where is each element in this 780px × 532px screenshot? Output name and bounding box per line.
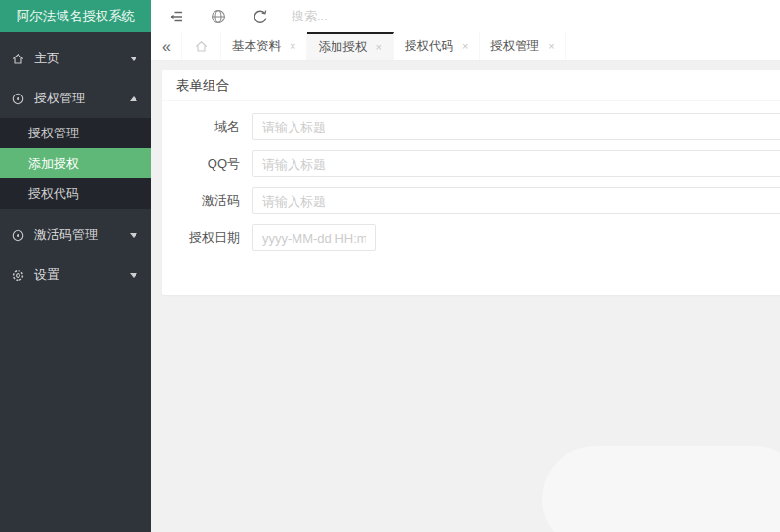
activation-code-field[interactable] (252, 187, 780, 214)
chevron-down-icon (130, 57, 137, 61)
background-highlight-shape (542, 446, 780, 532)
tabs-scroll-left-icon[interactable]: « (151, 32, 182, 60)
sidebar-subitem-auth-management[interactable]: 授权管理 (0, 118, 151, 148)
authorize-icon (11, 92, 25, 106)
sidebar-item-settings[interactable]: 设置 (0, 261, 151, 288)
form-card: 表单组合 域名 QQ号 激活码 授权日期 (162, 70, 780, 295)
home-tab-icon[interactable] (182, 32, 221, 60)
tab-label: 添加授权 (318, 39, 367, 56)
collapse-sidebar-icon[interactable] (168, 8, 185, 25)
sidebar-item-label: 设置 (34, 266, 59, 284)
app-title: 阿尔法域名授权系统 (0, 0, 151, 32)
field-label: 激活码 (162, 192, 252, 209)
app-window: 阿尔法域名授权系统 主页 授权管理 授权管理 添加授权 授权代码 (0, 0, 780, 532)
tab-auth-code[interactable]: 授权代码 × (394, 32, 480, 60)
sidebar-item-label: 激活码管理 (34, 226, 98, 244)
tab-add-auth-active[interactable]: 添加授权 × (307, 32, 393, 60)
search-input[interactable] (292, 9, 418, 23)
language-globe-icon[interactable] (210, 8, 227, 25)
activation-icon (11, 228, 25, 243)
form-row-auth-date: 授权日期 (162, 224, 780, 251)
auth-date-field[interactable] (252, 224, 376, 251)
tab-bar: « 基本资料 × 添加授权 × 授权代码 × 授权管理 × (151, 32, 780, 61)
sidebar-subitem-add-auth-active[interactable]: 添加授权 (0, 148, 151, 178)
field-label: QQ号 (162, 155, 252, 172)
form-row-qq: QQ号 (162, 150, 780, 177)
sidebar: 阿尔法域名授权系统 主页 授权管理 授权管理 添加授权 授权代码 (0, 0, 151, 532)
tab-label: 基本资料 (232, 38, 281, 55)
form-row-domain: 域名 (162, 113, 780, 140)
refresh-icon[interactable] (252, 8, 269, 25)
form: 域名 QQ号 激活码 授权日期 (162, 101, 780, 295)
field-label: 授权日期 (162, 229, 252, 247)
sidebar-item-activation-management[interactable]: 激活码管理 (0, 221, 151, 248)
main-content: 表单组合 域名 QQ号 激活码 授权日期 (151, 61, 780, 532)
settings-gear-icon (11, 268, 25, 283)
sidebar-submenu: 授权管理 添加授权 授权代码 (0, 118, 151, 209)
sidebar-subitem-auth-code[interactable]: 授权代码 (0, 178, 151, 209)
sidebar-item-home[interactable]: 主页 (0, 45, 151, 72)
home-icon (11, 52, 25, 66)
tab-label: 授权代码 (405, 38, 453, 55)
form-row-activation-code: 激活码 (162, 187, 780, 214)
close-icon[interactable]: × (548, 41, 554, 52)
field-label: 域名 (162, 118, 252, 135)
sidebar-item-auth-management[interactable]: 授权管理 (0, 85, 151, 112)
card-title: 表单组合 (162, 70, 780, 101)
domain-field[interactable] (252, 113, 780, 140)
chevron-down-icon (130, 233, 137, 238)
chevron-up-icon (130, 96, 137, 101)
sidebar-item-label: 授权管理 (34, 90, 85, 107)
chevron-down-icon (130, 273, 137, 278)
tab-label: 授权管理 (490, 38, 539, 55)
tab-auth-management[interactable]: 授权管理 × (480, 32, 566, 60)
close-icon[interactable]: × (462, 41, 468, 52)
top-toolbar (151, 0, 780, 32)
qq-number-field[interactable] (252, 150, 780, 177)
close-icon[interactable]: × (375, 42, 381, 53)
tab-basic-info[interactable]: 基本资料 × (221, 32, 307, 60)
close-icon[interactable]: × (290, 41, 295, 52)
sidebar-item-label: 主页 (34, 50, 59, 67)
